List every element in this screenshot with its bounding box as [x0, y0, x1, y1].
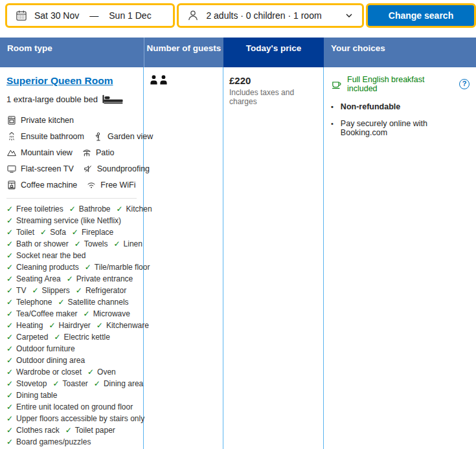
feature-line: ✓Wardrobe or closet✓Oven: [6, 367, 138, 377]
check-icon: ✓: [87, 367, 94, 377]
feature-label: Entire unit located on ground floor: [16, 402, 133, 411]
tv-icon: [6, 164, 17, 174]
facility-label: Ensuite bathroom: [21, 132, 84, 141]
feature-checklist: ✓Free toiletries✓Bathrobe✓Kitchen✓Stream…: [6, 204, 138, 446]
feature-item: ✓Seating Area: [6, 274, 61, 283]
todays-price-cell: £220 Includes taxes and charges: [223, 67, 324, 449]
breakfast-cup-icon: [331, 79, 342, 90]
feature-line: ✓Free toiletries✓Bathrobe✓Kitchen: [6, 204, 138, 214]
check-icon: ✓: [6, 286, 13, 295]
choice-bullet: •Non-refundable: [331, 102, 470, 111]
date-range-field[interactable]: Sat 30 Nov — Sun 1 Dec: [5, 3, 175, 28]
feature-item: ✓Free toiletries: [6, 204, 63, 214]
check-icon: ✓: [6, 414, 13, 423]
feature-label: Private entrance: [76, 274, 133, 283]
feature-item: ✓Refrigerator: [76, 286, 126, 295]
feature-item: ✓Upper floors accessible by stairs only: [6, 414, 144, 423]
facility-item: Private kitchen: [6, 115, 74, 126]
facility-item: Mountain view: [6, 148, 73, 158]
adult-guest-icon: [150, 75, 158, 85]
check-icon: ✓: [6, 204, 13, 214]
bed-icon: [102, 94, 123, 104]
room-row: Superior Queen Room 1 extra-large double…: [0, 67, 476, 449]
breakfast-included-label: Full English breakfast included: [347, 75, 454, 93]
feature-item: ✓Clothes rack: [6, 426, 60, 435]
check-icon: ✓: [6, 437, 13, 446]
feature-label: Towels: [84, 239, 108, 248]
choice-bullet-list: •Non-refundable•Pay securely online with…: [331, 102, 470, 137]
feature-line: ✓Outdoor dining area: [6, 356, 138, 365]
feature-line: ✓Entire unit located on ground floor: [6, 402, 138, 411]
feature-item: ✓Tile/marble floor: [85, 263, 150, 272]
feature-label: Tea/Coffee maker: [16, 309, 78, 318]
feature-label: Oven: [97, 367, 116, 377]
change-search-button[interactable]: Change search: [366, 3, 476, 28]
feature-line: ✓Streaming service (like Netflix): [6, 216, 138, 225]
facility-line: Mountain viewPatio: [6, 148, 138, 158]
feature-item: ✓Telephone: [6, 298, 52, 307]
feature-label: Slippers: [41, 286, 69, 295]
check-icon: ✓: [94, 379, 100, 388]
question-icon[interactable]: ?: [459, 79, 470, 89]
facility-item: Flat-screen TV: [6, 164, 74, 174]
feature-label: Dining table: [16, 391, 57, 400]
check-icon: ✓: [6, 379, 13, 388]
wifi-icon: [86, 180, 96, 190]
feature-line: ✓Tea/Coffee maker✓Microwave: [6, 309, 138, 318]
mountain-icon: [6, 148, 17, 158]
number-of-guests-cell: [144, 67, 223, 449]
feature-item: ✓Carpeted: [6, 333, 48, 342]
feature-label: Streaming service (like Netflix): [16, 216, 121, 225]
check-icon: ✓: [6, 391, 13, 400]
feature-line: ✓Toilet✓Sofa✓Fireplace: [6, 228, 138, 237]
room-name-link[interactable]: Superior Queen Room: [6, 75, 113, 87]
feature-item: ✓Fireplace: [72, 228, 113, 237]
feature-line: ✓Socket near the bed: [6, 251, 138, 260]
shower-icon: [6, 131, 17, 142]
feature-label: Linen: [124, 239, 142, 248]
feature-item: ✓Slippers: [32, 286, 69, 295]
price-taxes-note: Includes taxes and charges: [229, 88, 317, 106]
price-amount: £220: [229, 75, 317, 86]
facility-list: Private kitchenEnsuite bathroomGarden vi…: [6, 115, 138, 190]
feature-label: Clothes rack: [16, 426, 60, 435]
feature-label: Dining area: [104, 379, 143, 388]
feature-label: Satellite channels: [68, 298, 129, 307]
calendar-icon: [15, 9, 28, 22]
kitchen-icon: [6, 115, 17, 126]
feature-line: ✓Heating✓Hairdryer✓Kitchenware: [6, 321, 138, 330]
feature-item: ✓Kitchenware: [96, 321, 149, 330]
bed-info: 1 extra-large double bed: [6, 94, 138, 104]
feature-label: Toilet paper: [75, 426, 115, 435]
facility-label: Patio: [96, 148, 115, 157]
adult-guest-icon: [159, 75, 168, 85]
feature-item: ✓Bathrobe: [69, 204, 111, 214]
check-icon: ✓: [65, 426, 72, 435]
feature-item: ✓Toaster: [52, 379, 87, 388]
feature-label: Seating Area: [16, 274, 61, 283]
feature-label: Telephone: [16, 298, 52, 307]
check-icon: ✓: [6, 298, 13, 307]
patio-icon: [82, 148, 92, 158]
check-icon: ✓: [49, 321, 55, 330]
feature-item: ✓Streaming service (like Netflix): [6, 216, 121, 225]
facility-label: Mountain view: [21, 148, 73, 157]
facility-line: Flat-screen TVSoundproofing: [6, 164, 138, 174]
feature-label: Electric kettle: [64, 333, 110, 342]
header-todays-price: Today's price: [223, 38, 324, 67]
occupancy-field[interactable]: 2 adults · 0 children · 1 room: [177, 3, 364, 28]
table-header-row: Room type Number of guests Today's price…: [0, 38, 476, 67]
check-icon: ✓: [58, 298, 64, 307]
person-icon: [187, 9, 199, 22]
feature-line: ✓Stovetop✓Toaster✓Dining area: [6, 379, 138, 388]
room-availability-table: Room type Number of guests Today's price…: [0, 38, 476, 449]
facility-label: Soundproofing: [97, 164, 150, 173]
feature-item: ✓Oven: [87, 367, 116, 377]
check-icon: ✓: [32, 286, 38, 295]
feature-label: Hairdryer: [59, 321, 91, 330]
plant-icon: [93, 131, 104, 142]
check-icon: ✓: [114, 239, 120, 248]
check-icon: ✓: [76, 286, 82, 295]
check-icon: ✓: [6, 263, 13, 272]
feature-label: Upper floors accessible by stairs only: [16, 414, 144, 423]
